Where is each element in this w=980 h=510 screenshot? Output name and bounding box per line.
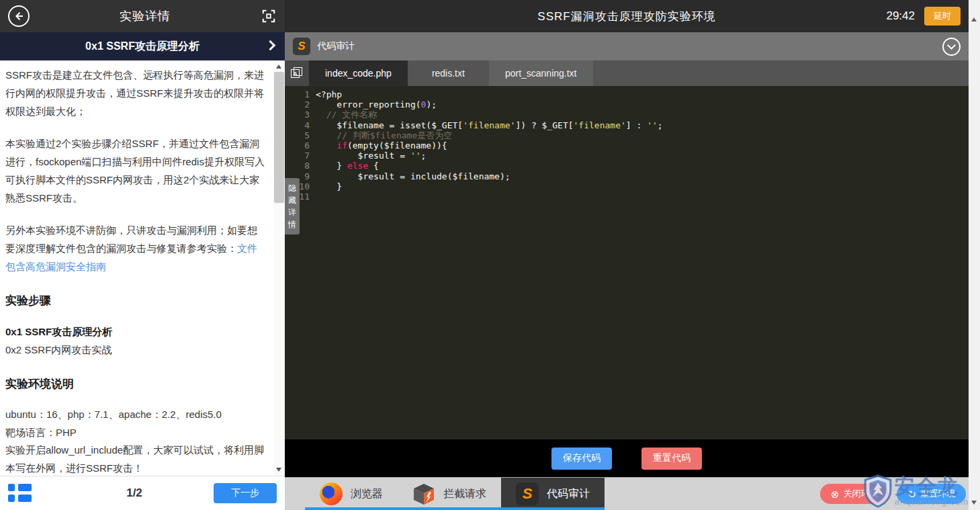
line-number: 7 [285, 151, 316, 161]
paragraph-text: 另外本实验环境不讲防御，只讲攻击与漏洞利用；如要想要深度理解文件包含的漏洞攻击与… [5, 224, 257, 254]
taskbar-item-拦截请求[interactable]: 拦截请求 [398, 478, 501, 510]
line-number: 8 [285, 161, 316, 171]
sublime-icon: S [293, 38, 310, 55]
close-circle-icon: ⊗ [831, 489, 840, 499]
code-text: $result = include($filename); [316, 171, 510, 181]
chevron-right-icon [265, 40, 276, 51]
code-lines: 1<?php2 error_reporting(0);3 // 文件名称4 $f… [285, 86, 969, 202]
code-text: // 文件名称 [316, 110, 377, 120]
scroll-down-arrow-icon[interactable] [276, 468, 281, 472]
code-text: error_reporting(0); [316, 99, 437, 110]
code-line: 8 } else { [285, 161, 969, 171]
intro-paragraph-3: 另外本实验环境不讲防御，只讲攻击与漏洞利用；如要想要深度理解文件包含的漏洞攻击与… [5, 221, 267, 275]
extend-time-button[interactable]: 延时 [924, 7, 961, 26]
next-step-button[interactable]: 下一步 [214, 483, 277, 503]
code-text: if(empty($filename)){ [316, 140, 447, 151]
save-code-button[interactable]: 保存代码 [551, 448, 612, 470]
env-heading: 实验环境说明 [5, 376, 267, 392]
code-line: 2 error_reporting(0); [285, 99, 969, 110]
file-list-button[interactable]: A [285, 60, 309, 86]
detail-content: SSRF攻击是建立在文件包含、远程执行等高危漏洞，来进行内网的权限提升攻击，通过… [0, 60, 273, 476]
hide-details-char: 隐 [288, 183, 296, 194]
left-header: 实验详情 [0, 0, 285, 32]
scroll-up-arrow-icon[interactable] [276, 65, 281, 69]
close-environment-label: 关闭环境 [843, 488, 878, 500]
steps-heading: 实验步骤 [5, 293, 267, 309]
scroll-up-arrow-icon[interactable] [971, 17, 977, 22]
line-number: 5 [285, 130, 316, 140]
sublime-icon: S [516, 482, 539, 505]
fullscreen-button[interactable] [261, 8, 277, 24]
current-step-label: 0x1 SSRF攻击原理分析 [85, 40, 199, 54]
left-panel-title: 实验详情 [120, 8, 171, 24]
scroll-down-arrow-icon[interactable] [971, 501, 977, 505]
active-underline [398, 507, 501, 510]
step-item-1: 0x1 SSRF攻击原理分析 [5, 323, 267, 341]
current-step-bar[interactable]: 0x1 SSRF攻击原理分析 [0, 32, 285, 60]
rebuild-environment-button[interactable]: ↻重置环境 [897, 484, 966, 504]
line-number: 6 [285, 140, 316, 151]
files-icon: A [291, 67, 303, 79]
close-environment-button[interactable]: ⊗关闭环境 [820, 484, 889, 504]
env-lines: ubuntu：16、php：7.1、apache：2.2、redis5.0 靶场… [5, 406, 267, 476]
lab-title: SSRF漏洞攻击原理攻防实验环境 [285, 9, 969, 24]
window-scrollbar[interactable] [969, 0, 980, 510]
reset-code-button[interactable]: 重置代码 [641, 448, 702, 470]
back-arrow-icon [13, 10, 25, 22]
collapse-panel-button[interactable] [942, 38, 961, 56]
intro-paragraph-1: SSRF攻击是建立在文件包含、远程执行等高危漏洞，来进行内网的权限提升攻击，通过… [5, 66, 267, 120]
lab-header-right: 29:42 延时 [886, 7, 969, 26]
line-number: 4 [285, 120, 316, 130]
code-editor[interactable]: 1<?php2 error_reporting(0);3 // 文件名称4 $f… [285, 86, 969, 439]
code-line: 11 [285, 192, 969, 202]
hide-details-char: 藏 [288, 195, 296, 206]
left-panel-scrollbar[interactable] [273, 60, 285, 476]
line-number: 2 [285, 99, 316, 110]
code-line: 4 $filename = isset($_GET['filename']) ?… [285, 120, 969, 130]
code-text: <?php [316, 89, 342, 99]
hide-details-tab[interactable]: 隐藏详情 [285, 178, 300, 235]
active-underline [305, 507, 398, 510]
chevron-down-icon [947, 41, 956, 50]
intercept-cube-icon [412, 482, 435, 505]
env-line-1: ubuntu：16、php：7.1、apache：2.2、redis5.0 [5, 406, 267, 424]
code-text: $filename = isset($_GET['filename']) ? $… [316, 120, 663, 130]
code-line: 7 $result = ''; [285, 151, 969, 161]
page-indicator: 1/2 [126, 486, 142, 500]
editor-action-bar: 保存代码 重置代码 [285, 439, 969, 477]
scrollbar-thumb[interactable] [274, 72, 284, 203]
experiment-detail-panel: 实验详情 0x1 SSRF攻击原理分析 SSRF攻击是建立在文件包含、远程执行等… [0, 0, 285, 510]
taskbar-right: ⊗关闭环境 ↻重置环境 [820, 478, 966, 510]
back-button[interactable] [8, 5, 30, 27]
env-line-3: 实验开启allow_url_include配置，大家可以试试，将利用脚本写在外网… [5, 441, 267, 476]
file-tab-redis.txt[interactable]: redis.txt [416, 60, 481, 86]
taskbar-item-label: 浏览器 [351, 487, 383, 501]
step-item-2: 0x2 SSRF内网攻击实战 [5, 341, 267, 359]
code-text: $result = ''; [316, 151, 426, 161]
hide-details-char: 情 [288, 219, 296, 230]
detail-scroll-area: SSRF攻击是建立在文件包含、远程执行等高危漏洞，来进行内网的权限提升攻击，通过… [0, 60, 285, 476]
active-underline [501, 507, 605, 510]
file-tab-port_scanning.txt[interactable]: port_scanning.txt [489, 60, 593, 86]
app-window: 实验详情 0x1 SSRF攻击原理分析 SSRF攻击是建立在文件包含、远程执行等… [0, 0, 980, 510]
steps-list-button[interactable] [8, 484, 31, 503]
left-footer: 1/2 下一步 [0, 476, 285, 510]
code-line: 6 if(empty($filename)){ [285, 140, 969, 151]
countdown-timer: 29:42 [886, 9, 915, 23]
code-line: 3 // 文件名称 [285, 110, 969, 120]
file-tabbar: A index_code.phpredis.txtport_scanning.t… [285, 60, 969, 86]
taskbar-item-代码审计[interactable]: S代码审计 [501, 478, 605, 510]
fullscreen-icon [261, 9, 276, 24]
code-line: 10 } [285, 181, 969, 192]
code-audit-title: 代码审计 [317, 40, 355, 52]
code-text: } [316, 181, 342, 192]
file-tab-index_code.php[interactable]: index_code.php [309, 60, 408, 86]
taskbar-item-label: 代码审计 [547, 487, 590, 501]
lab-environment-panel: SSRF漏洞攻击原理攻防实验环境 29:42 延时 S 代码审计 A index… [285, 0, 969, 510]
code-text: } else { [316, 161, 379, 171]
refresh-icon: ↻ [907, 489, 916, 499]
firefox-icon [320, 482, 343, 505]
line-number: 3 [285, 110, 316, 120]
hide-details-char: 详 [288, 207, 296, 218]
taskbar-item-浏览器[interactable]: 浏览器 [305, 478, 398, 510]
